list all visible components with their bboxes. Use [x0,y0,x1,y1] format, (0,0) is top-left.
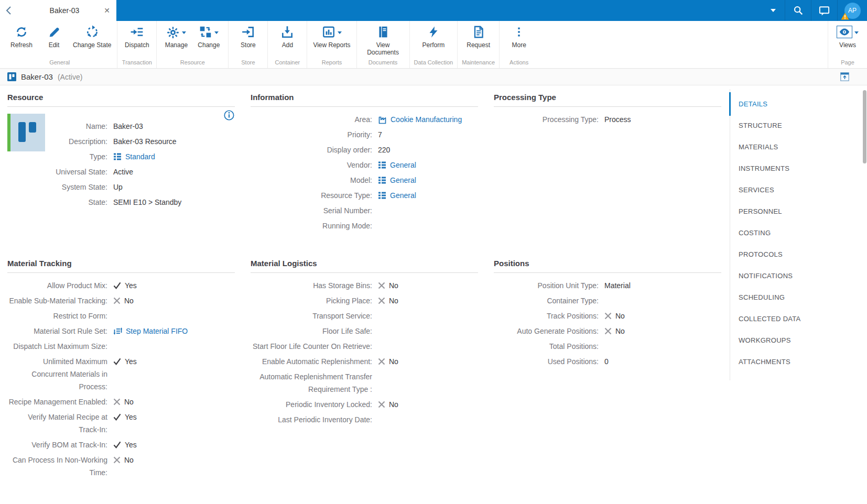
scrollbar[interactable] [863,90,866,163]
field-row: Transport Service: [251,310,478,322]
more-button[interactable]: More [503,24,535,58]
tab-area: Baker-03 ✕ [0,0,116,21]
toolbar-group-page: Views Page [828,21,867,68]
change-state-button[interactable]: Change State [70,24,114,58]
store-button[interactable]: Store [232,24,264,58]
field-row: Model:General [251,174,478,187]
field-row: Verify Material Recipe at Track-In:Yes [7,411,235,436]
field-row: Material Sort Rule Set:Step Material FIF… [7,325,235,337]
search-button[interactable] [785,0,811,21]
close-icon[interactable]: ✕ [104,0,110,21]
field-row: Floor Life Safe: [251,325,478,337]
dispatch-button[interactable]: Dispatch [121,24,153,58]
perform-button[interactable]: Perform [417,24,450,58]
field-link[interactable]: Cookie Manufacturing [391,113,462,126]
tab-workgroups[interactable]: WORKGROUPS [730,330,867,351]
toolbar-group-label: Store [232,58,264,68]
tab-instruments[interactable]: INSTRUMENTS [730,158,867,179]
tab-services[interactable]: SERVICES [730,179,867,201]
refresh-button[interactable]: Refresh [5,24,38,58]
chat-button[interactable] [811,0,837,21]
section-title: Processing Type [494,93,721,107]
field-row: Automatic Replenishment Transfer Require… [251,370,478,396]
request-button[interactable]: Request [462,24,495,58]
field-value: Yes [125,279,137,292]
field-value: No [124,454,134,466]
back-button[interactable] [0,6,17,15]
toolbar-group-data-collection: Perform Data Collection [409,21,458,68]
field-row: Periodic Inventory Locked:No [251,398,478,411]
field-link[interactable]: Standard [125,150,155,163]
field-link[interactable]: General [390,189,416,202]
entity-status: (Active) [58,73,82,81]
field-link[interactable]: General [390,174,416,187]
field-row: Enable Automatic Replenishment:No [251,355,478,368]
tab-attachments[interactable]: ATTACHMENTS [730,351,867,372]
field-row: Dispatch List Maximum Size: [7,340,235,353]
tab-collected-data[interactable]: COLLECTED DATA [730,308,867,330]
field-value: No [124,294,134,307]
toolbar-group-transaction: Dispatch Transaction [117,21,156,68]
field-label: State: [45,196,107,209]
info-button[interactable] [223,109,235,123]
add-button[interactable]: Add [271,24,304,58]
field-link[interactable]: General [390,159,416,171]
toolbar-group-container: Add Container [267,21,307,68]
tab-materials[interactable]: MATERIALS [730,136,867,158]
tab-details[interactable]: DETAILS [730,93,867,115]
info-icon [223,109,235,121]
toolbar-group-label: Actions [503,58,535,68]
field-label: Total Positions: [494,340,599,353]
change-button[interactable]: Change [192,24,225,58]
toolbar-group-label: Maintenance [461,58,496,68]
page-content: Resource Name:Baker-03 Description:Baker… [0,85,867,503]
view-documents-button[interactable]: View Documents [360,24,406,58]
field-label: System State: [45,181,107,193]
field-label: Model: [251,174,372,187]
tab-scheduling[interactable]: SCHEDULING [730,287,867,308]
tab-notifications[interactable]: NOTIFICATIONS [730,265,867,287]
field-row: Picking Place:No [251,294,478,307]
resource-glyph-icon [14,119,41,146]
field-link[interactable]: Step Material FIFO [126,325,188,337]
field-row: Last Periodic Inventory Date: [251,413,478,426]
field-label: Used Positions: [494,355,599,368]
field-value: No [615,325,625,337]
field-row: Universal State:Active [45,166,235,178]
field-row: Allow Product Mix:Yes [7,279,235,292]
collapse-header-button[interactable] [840,72,849,81]
tab-title[interactable]: Baker-03 [17,6,116,15]
toolbar-group-label: Reports [310,58,353,68]
tab-protocols[interactable]: PROTOCOLS [730,244,867,265]
field-row: Area:Cookie Manufacturing [251,113,478,126]
details-main: Resource Name:Baker-03 Description:Baker… [0,85,730,503]
section-title: Positions [494,259,721,273]
manage-button[interactable]: Manage [160,24,192,58]
section-resource: Resource Name:Baker-03 Description:Baker… [7,85,235,251]
edit-button[interactable]: Edit [38,24,70,58]
field-label: Floor Life Safe: [251,325,372,337]
field-row: Vendor:General [251,159,478,171]
toolbar-group-documents: View Documents Documents [356,21,409,68]
tab-personnel[interactable]: PERSONNEL [730,201,867,222]
view-reports-button[interactable]: View Reports [310,24,353,58]
chevron-left-icon [6,6,12,15]
tab-structure[interactable]: STRUCTURE [730,115,867,136]
list-icon [378,176,386,184]
field-label: Verify Material Recipe at Track-In: [7,411,107,436]
toolbar: Refresh Edit Change State General Dispat… [0,21,867,69]
check-icon [113,282,121,289]
field-label: Position Unit Type: [494,279,599,292]
tab-costing[interactable]: COSTING [730,222,867,244]
topbar-dropdown-button[interactable] [762,0,785,21]
chat-icon [818,5,830,17]
caret-down-icon [771,9,776,12]
toolbar-group-label: Transaction [121,58,153,68]
check-icon [113,441,121,448]
field-label: Dispatch List Maximum Size: [7,340,107,353]
user-menu[interactable]: AP [838,0,867,21]
field-row: State:SEMI E10 > Standby [45,196,235,209]
views-button[interactable]: Views [831,24,864,58]
section-title: Material Logistics [251,259,478,273]
field-row: Unlimited Maximum Concurrent Materials i… [7,355,235,393]
